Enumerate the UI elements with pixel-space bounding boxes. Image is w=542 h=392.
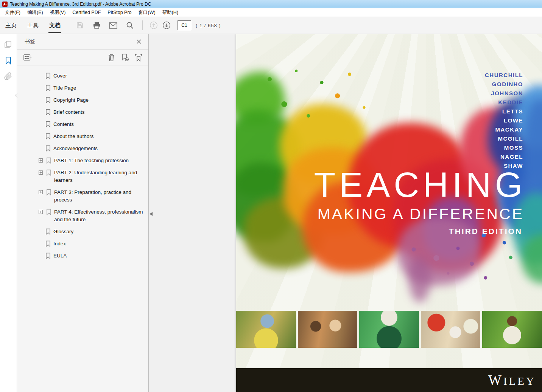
pdf-page-cover: CHURCHILL GODINHO JOHNSON KEDDIE LETTS L…	[236, 34, 542, 392]
page-down-icon[interactable]	[162, 21, 171, 29]
email-icon[interactable]	[109, 21, 117, 29]
cover-photo-4	[421, 311, 481, 348]
menu-bar: 文件(F) 编辑(E) 视图(V) Certified PDF PitStop …	[0, 8, 542, 17]
expand-plus-icon[interactable]	[39, 210, 43, 214]
bookmark-item-title-page[interactable]: Title Page	[17, 82, 148, 94]
bookmark-item-glossary[interactable]: Glossary	[17, 226, 148, 238]
author-name: CHURCHILL	[485, 71, 523, 80]
cover-subtitle: MAKING A DIFFERENCE	[314, 205, 524, 223]
cover-photo-2	[298, 311, 358, 348]
cover-title: TEACHING	[314, 167, 526, 203]
publisher-bar: WILEY	[236, 368, 542, 392]
adobe-acrobat-pdf-icon	[2, 2, 8, 7]
attachments-icon[interactable]	[4, 72, 13, 81]
cover-photo-3	[359, 311, 419, 348]
author-name: JOHNSON	[485, 89, 523, 98]
close-panel-icon[interactable]	[136, 38, 142, 45]
bookmark-item-brief-contents[interactable]: Brief contents	[17, 106, 148, 118]
author-name: KEDDIE	[485, 98, 523, 107]
author-name: LOWE	[485, 116, 523, 125]
author-list: CHURCHILL GODINHO JOHNSON KEDDIE LETTS L…	[485, 71, 523, 170]
expand-bookmark-icon[interactable]	[134, 53, 143, 62]
page-thumbnails-icon[interactable]	[4, 40, 13, 49]
author-name: GODINHO	[485, 80, 523, 89]
bookmark-item-contents[interactable]: Contents	[17, 118, 148, 130]
expand-plus-icon[interactable]	[39, 158, 43, 163]
page-number-input[interactable]	[178, 20, 191, 30]
document-pane: CHURCHILL GODINHO JOHNSON KEDDIE LETTS L…	[149, 34, 542, 392]
cover-edition: THIRD EDITION	[314, 227, 522, 236]
bookmark-item-part-3[interactable]: PART 3: Preparation, practice and proces…	[17, 186, 148, 206]
author-name: MCGILL	[485, 134, 523, 143]
delete-bookmark-icon[interactable]	[107, 53, 116, 62]
cover-title-block: TEACHING MAKING A DIFFERENCE THIRD EDITI…	[314, 167, 522, 236]
bookmark-item-part-2[interactable]: PART 2: Understanding learning and learn…	[17, 167, 148, 186]
bookmark-item-about-the-authors[interactable]: About the authors	[17, 130, 148, 143]
bookmark-item-acknowledgements[interactable]: Acknowledgements	[17, 143, 148, 155]
bookmarks-panel-title: 书签	[25, 38, 136, 45]
author-name: LETTS	[485, 107, 523, 116]
collapse-panel-icon[interactable]	[150, 211, 154, 217]
bookmark-item-cover[interactable]: Cover	[17, 70, 148, 82]
menu-view[interactable]: 视图(V)	[47, 8, 69, 17]
paint-dots	[255, 64, 376, 147]
bookmark-options-icon[interactable]	[23, 53, 32, 62]
bookmarks-icon[interactable]	[4, 56, 13, 65]
menu-edit[interactable]: 编辑(E)	[24, 8, 47, 17]
author-name: MOSS	[485, 143, 523, 152]
cover-photo-strip	[236, 311, 542, 348]
menu-certified-pdf[interactable]: Certified PDF	[69, 9, 104, 16]
toolbar-separator	[142, 20, 143, 30]
bookmark-item-part-4[interactable]: PART 4: Effectiveness, professionalism a…	[17, 206, 148, 226]
tab-tools[interactable]: 工具	[22, 17, 44, 34]
main-toolbar: 主页 工具 文档 ( 1 / 658 )	[0, 17, 542, 34]
print-icon[interactable]	[92, 21, 101, 29]
save-icon[interactable]	[76, 21, 84, 29]
menu-file[interactable]: 文件(F)	[2, 8, 24, 17]
window-titlebar: Teaching Making A Difference, 3rd Editio…	[0, 0, 542, 8]
tab-document[interactable]: 文档	[44, 17, 66, 34]
cover-photo-1	[236, 311, 296, 348]
menu-help[interactable]: 帮助(H)	[159, 8, 182, 17]
side-nav-strip	[0, 34, 17, 392]
menu-window[interactable]: 窗口(W)	[135, 8, 159, 17]
bookmark-item-eula[interactable]: EULA	[17, 250, 148, 262]
window-title: Teaching Making A Difference, 3rd Editio…	[10, 2, 151, 7]
expand-plus-icon[interactable]	[39, 170, 43, 175]
bookmark-item-index[interactable]: Index	[17, 238, 148, 250]
expand-plus-icon[interactable]	[39, 190, 43, 194]
publisher-logo: WILEY	[488, 372, 536, 388]
author-name: NAGEL	[485, 152, 523, 161]
bookmark-item-part-1[interactable]: PART 1: The teaching profession	[17, 155, 148, 167]
page-up-icon[interactable]	[150, 21, 158, 29]
add-bookmark-icon[interactable]	[120, 53, 129, 62]
bookmark-list: Cover Title Page Copyright Page Brief co…	[17, 65, 148, 262]
author-name: MACKAY	[485, 125, 523, 134]
menu-pitstop-pro[interactable]: PitStop Pro	[104, 9, 135, 16]
cover-photo-5	[482, 311, 542, 348]
tab-home[interactable]: 主页	[0, 17, 22, 34]
bookmark-item-copyright-page[interactable]: Copyright Page	[17, 94, 148, 106]
page-count-label: ( 1 / 658 )	[196, 23, 221, 28]
search-icon[interactable]	[126, 21, 134, 29]
bookmarks-panel: 书签 Cover	[17, 34, 149, 392]
